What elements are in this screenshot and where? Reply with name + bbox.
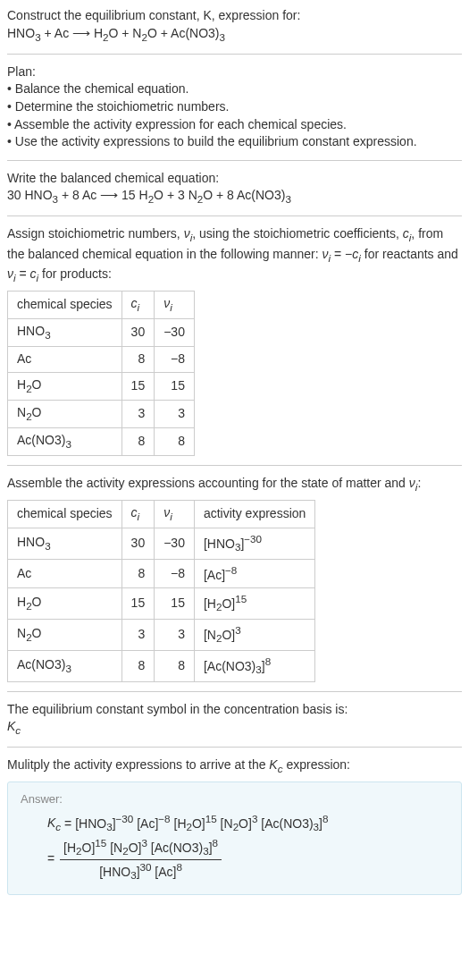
balanced-equation: 30 HNO3 + 8 Ac ⟶ 15 H2O + 3 N2O + 8 Ac(N… [7, 187, 462, 207]
col-activity: activity expression [194, 501, 314, 528]
separator [7, 747, 462, 748]
kc-symbol: Kc [7, 718, 462, 738]
cell-ci: 15 [121, 588, 155, 620]
separator [7, 465, 462, 466]
activity-intro: Assemble the activity expressions accoun… [7, 475, 462, 494]
cell-nui: 3 [155, 400, 195, 427]
cell-activity: [Ac]−8 [194, 560, 314, 588]
cell-species: Ac(NO3)3 [8, 650, 122, 681]
activity-block: Assemble the activity expressions accoun… [7, 475, 462, 682]
answer-line-2: = [H2O]15 [N2O]3 [Ac(NO3)3]8 [HNO3]30 [A… [47, 836, 448, 883]
col-ci: ci [121, 291, 155, 318]
cell-species: H2O [8, 588, 122, 620]
balanced-block: Write the balanced chemical equation: 30… [7, 170, 462, 207]
prompt-block: Construct the equilibrium constant, K, e… [7, 7, 462, 45]
stoich-table: chemical species ci νi HNO3 30 −30 Ac 8 … [7, 291, 195, 456]
cell-nui: 15 [155, 372, 195, 400]
cell-species: N2O [8, 400, 122, 427]
cell-ci: 8 [121, 560, 155, 588]
answer-fraction: [H2O]15 [N2O]3 [Ac(NO3)3]8 [HNO3]30 [Ac]… [60, 836, 222, 883]
prompt-line-1: Construct the equilibrium constant, K, e… [7, 7, 462, 25]
plan-title: Plan: [7, 63, 462, 81]
plan-block: Plan: • Balance the chemical equation. •… [7, 63, 462, 151]
separator [7, 691, 462, 692]
answer-line-1: Kc = [HNO3]−30 [Ac]−8 [H2O]15 [N2O]3 [Ac… [47, 812, 448, 835]
col-nui: νi [155, 501, 195, 528]
multiply-intro: Mulitply the activity expressions to arr… [7, 756, 462, 776]
col-nui: νi [155, 291, 195, 318]
balanced-intro: Write the balanced chemical equation: [7, 170, 462, 188]
cell-ci: 8 [121, 427, 155, 455]
prompt-line-2: HNO3 + Ac ⟶ H2O + N2O + Ac(NO3)3 [7, 25, 462, 45]
stoich-block: Assign stoichiometric numbers, νi, using… [7, 225, 462, 456]
table-row: Ac 8 −8 [8, 347, 195, 373]
table-row: H2O 15 15 [H2O]15 [8, 588, 315, 620]
separator [7, 54, 462, 55]
cell-ci: 8 [121, 347, 155, 373]
stoich-intro: Assign stoichiometric numbers, νi, using… [7, 225, 462, 284]
cell-species: Ac(NO3)3 [8, 427, 122, 455]
cell-nui: 8 [155, 427, 195, 455]
cell-nui: 15 [155, 588, 195, 620]
cell-nui: −30 [155, 318, 195, 346]
kc-block: The equilibrium constant symbol in the c… [7, 701, 462, 739]
cell-activity: [H2O]15 [194, 588, 314, 620]
cell-nui: −8 [155, 347, 195, 373]
cell-ci: 3 [121, 400, 155, 427]
table-row: HNO3 30 −30 [HNO3]−30 [8, 528, 315, 560]
cell-nui: −8 [155, 560, 195, 588]
table-row: Ac(NO3)3 8 8 [Ac(NO3)3]8 [8, 650, 315, 681]
cell-species: Ac [8, 560, 122, 588]
table-row: HNO3 30 −30 [8, 318, 195, 346]
plan-item: • Balance the chemical equation. [7, 80, 462, 98]
cell-ci: 30 [121, 528, 155, 560]
cell-ci: 3 [121, 620, 155, 651]
table-header-row: chemical species ci νi [8, 291, 195, 318]
cell-nui: −30 [155, 528, 195, 560]
col-species: chemical species [8, 291, 122, 318]
cell-species: HNO3 [8, 318, 122, 346]
kc-intro: The equilibrium constant symbol in the c… [7, 701, 462, 719]
answer-label: Answer: [21, 791, 448, 807]
plan-item: • Use the activity expressions to build … [7, 133, 462, 151]
col-species: chemical species [8, 501, 122, 528]
multiply-block: Mulitply the activity expressions to arr… [7, 756, 462, 776]
cell-nui: 3 [155, 620, 195, 651]
plan-item: • Determine the stoichiometric numbers. [7, 98, 462, 116]
answer-box: Answer: Kc = [HNO3]−30 [Ac]−8 [H2O]15 [N… [7, 781, 462, 895]
cell-species: Ac [8, 347, 122, 373]
cell-species: HNO3 [8, 528, 122, 560]
activity-table: chemical species ci νi activity expressi… [7, 500, 315, 682]
cell-activity: [N2O]3 [194, 620, 314, 651]
plan-item: • Assemble the activity expression for e… [7, 116, 462, 134]
table-row: N2O 3 3 [8, 400, 195, 427]
separator [7, 160, 462, 161]
table-row: Ac 8 −8 [Ac]−8 [8, 560, 315, 588]
cell-species: N2O [8, 620, 122, 651]
separator [7, 215, 462, 216]
fraction-denominator: [HNO3]30 [Ac]8 [60, 860, 222, 883]
table-header-row: chemical species ci νi activity expressi… [8, 501, 315, 528]
table-row: H2O 15 15 [8, 372, 195, 400]
cell-ci: 8 [121, 650, 155, 681]
fraction-numerator: [H2O]15 [N2O]3 [Ac(NO3)3]8 [60, 836, 222, 860]
table-row: N2O 3 3 [N2O]3 [8, 620, 315, 651]
cell-activity: [Ac(NO3)3]8 [194, 650, 314, 681]
cell-activity: [HNO3]−30 [194, 528, 314, 560]
table-row: Ac(NO3)3 8 8 [8, 427, 195, 455]
col-ci: ci [121, 501, 155, 528]
cell-species: H2O [8, 372, 122, 400]
cell-nui: 8 [155, 650, 195, 681]
cell-ci: 30 [121, 318, 155, 346]
cell-ci: 15 [121, 372, 155, 400]
